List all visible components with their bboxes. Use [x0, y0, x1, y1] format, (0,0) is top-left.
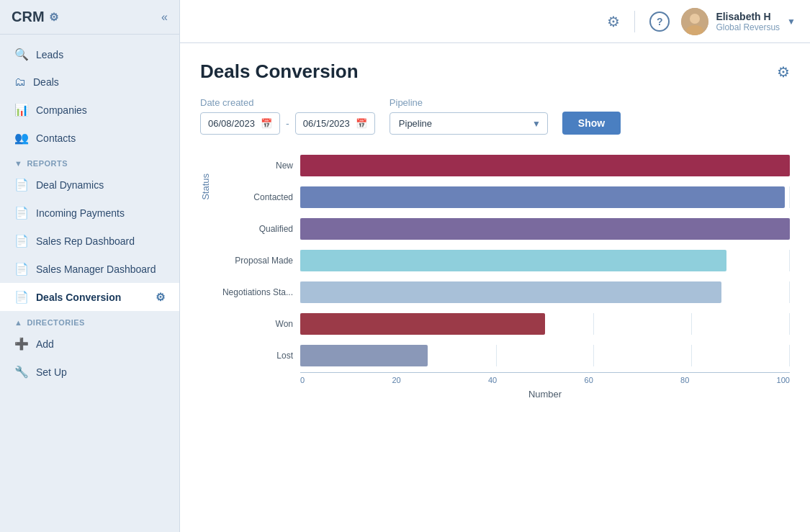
x-axis-label: Number: [300, 389, 790, 400]
nav-label-companies: Companies: [36, 104, 87, 116]
x-tick-60: 60: [585, 376, 593, 384]
sidebar-item-deal-dynamics[interactable]: 📄 Deal Dynamics: [0, 171, 179, 199]
date-from-value: 06/08/2023: [208, 118, 255, 129]
bar-fill: [300, 155, 790, 176]
sidebar-item-incoming-payments[interactable]: 📄 Incoming Payments: [0, 199, 179, 227]
sidebar-item-sales-manager-dashboard[interactable]: 📄 Sales Manager Dashboard: [0, 255, 179, 283]
bar-label: Lost: [214, 351, 293, 361]
user-details: Elisabeth H Global Reversus: [716, 11, 780, 32]
bar-row: Qualified: [214, 215, 790, 243]
bar-label: Negotiations Sta...: [214, 287, 293, 297]
pipeline-filter-group: Pipeline Pipeline ▼: [390, 97, 548, 135]
add-icon: ➕: [14, 337, 29, 351]
bar-track: [300, 345, 790, 366]
reports-section-label: ▼ REPORTS: [0, 152, 179, 171]
date-to-value: 06/15/2023: [303, 118, 350, 129]
bar-fill: [300, 345, 428, 366]
app-title: CRM ⚙: [12, 9, 58, 25]
bar-label: New: [214, 161, 293, 171]
date-to-input[interactable]: 06/15/2023 📅: [295, 112, 375, 135]
active-gear-icon[interactable]: ⚙: [156, 291, 165, 304]
x-tick-80: 80: [680, 376, 689, 384]
bar-track: [300, 186, 790, 208]
bar-chart: NewContactedQualifiedProposal MadeNegoti…: [214, 152, 790, 369]
gear-icon[interactable]: ⚙: [49, 11, 58, 24]
sidebar-item-add[interactable]: ➕ Add: [0, 330, 179, 358]
sidebar-item-setup[interactable]: 🔧 Set Up: [0, 358, 179, 386]
bar-fill: [300, 313, 545, 335]
help-icon[interactable]: ?: [649, 12, 670, 32]
bar-label: Proposal Made: [214, 256, 293, 266]
bar-label: Contacted: [214, 192, 293, 202]
show-button[interactable]: Show: [562, 112, 621, 135]
leads-icon: 🔍: [14, 48, 29, 61]
sidebar-item-contacts[interactable]: 👥 Contacts: [0, 124, 179, 152]
bar-label: Qualified: [214, 224, 293, 234]
user-dropdown-icon[interactable]: ▼: [787, 17, 796, 27]
bar-fill: [300, 186, 785, 208]
bar-row: Negotiations Sta...: [214, 279, 790, 306]
sales-manager-icon: 📄: [14, 262, 29, 276]
sidebar-item-deals-conversion[interactable]: 📄 Deals Conversion ⚙: [0, 283, 179, 311]
date-from-input[interactable]: 06/08/2023 📅: [200, 112, 280, 135]
deals-conversion-icon: 📄: [14, 290, 29, 304]
sidebar-item-companies[interactable]: 📊 Companies: [0, 96, 179, 124]
setup-icon: 🔧: [14, 365, 29, 379]
user-company: Global Reversus: [716, 22, 780, 32]
bar-fill: [300, 218, 790, 240]
incoming-payments-icon: 📄: [14, 206, 29, 220]
page-gear-icon[interactable]: ⚙: [777, 63, 790, 81]
bar-row: Contacted: [214, 184, 790, 211]
main-area: ⚙ ? Elisabeth H Global Reversus ▼ Deals …: [180, 0, 810, 532]
collapse-button[interactable]: «: [161, 11, 168, 24]
bar-track: [300, 155, 790, 176]
nav-label-sales-rep: Sales Rep Dashboard: [36, 235, 135, 247]
svg-point-1: [690, 14, 700, 24]
content-area: Deals Conversion ⚙ Date created 06/08/20…: [180, 43, 810, 532]
pipeline-select[interactable]: Pipeline: [390, 112, 548, 135]
bar-label: Won: [214, 319, 293, 329]
sidebar-item-deals[interactable]: 🗂 Deals: [0, 68, 179, 96]
y-axis-label: Status: [200, 152, 211, 207]
chart-container: NewContactedQualifiedProposal MadeNegoti…: [214, 152, 790, 400]
bar-track: [300, 281, 790, 303]
sales-rep-icon: 📄: [14, 234, 29, 248]
nav-label-leads: Leads: [36, 49, 63, 60]
page-title: Deals Conversion: [200, 60, 359, 83]
nav-label-add: Add: [36, 338, 54, 350]
topbar: ⚙ ? Elisabeth H Global Reversus ▼: [180, 0, 810, 43]
nav-label-contacts: Contacts: [36, 132, 76, 144]
bar-row: Proposal Made: [214, 247, 790, 274]
bar-fill: [300, 250, 726, 271]
bar-fill: [300, 281, 721, 303]
bar-track: [300, 218, 790, 240]
bar-track: [300, 250, 790, 271]
sidebar-item-sales-rep-dashboard[interactable]: 📄 Sales Rep Dashboard: [0, 227, 179, 255]
x-tick-20: 20: [392, 376, 400, 384]
filters: Date created 06/08/2023 📅 - 06/15/2023 📅…: [200, 97, 790, 135]
sidebar-nav: 🔍 Leads 🗂 Deals 📊 Companies 👥 Contacts ▼…: [0, 35, 179, 392]
chevron-down-icon: ▼: [14, 159, 22, 168]
bar-row: Won: [214, 310, 790, 338]
sidebar-item-leads[interactable]: 🔍 Leads: [0, 40, 179, 68]
x-axis: 0 20 40 60 80 100 Number: [300, 372, 790, 400]
nav-label-incoming-payments: Incoming Payments: [36, 207, 125, 219]
avatar: [681, 8, 708, 35]
page-header: Deals Conversion ⚙: [200, 60, 790, 83]
sidebar-header: CRM ⚙ «: [0, 0, 179, 35]
nav-label-deals: Deals: [33, 76, 59, 88]
nav-label-deals-conversion: Deals Conversion: [36, 292, 121, 303]
bar-track: [300, 313, 790, 335]
calendar-icon-2: 📅: [356, 118, 367, 129]
date-separator: -: [286, 118, 289, 130]
user-info[interactable]: Elisabeth H Global Reversus ▼: [681, 8, 796, 35]
bar-row: New: [214, 152, 790, 179]
settings-icon[interactable]: ⚙: [607, 13, 620, 30]
pipeline-select-wrapper: Pipeline ▼: [390, 112, 548, 135]
chevron-up-icon: ▲: [14, 318, 22, 327]
x-tick-40: 40: [488, 376, 497, 384]
directories-section-label: ▲ DIRECTORIES: [0, 311, 179, 330]
sidebar: CRM ⚙ « 🔍 Leads 🗂 Deals 📊 Companies 👥 Co…: [0, 0, 180, 532]
nav-label-sales-manager: Sales Manager Dashboard: [36, 263, 156, 275]
nav-label-setup: Set Up: [36, 366, 67, 378]
